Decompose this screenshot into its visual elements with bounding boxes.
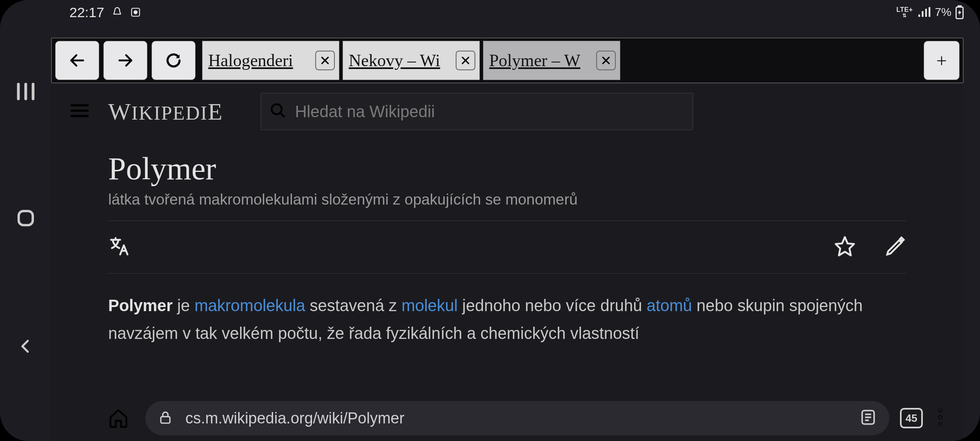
- browser-tab-bar: Halogenderi Nekovy – Wi Polymer – W: [51, 38, 964, 83]
- status-battery-pct: 7%: [935, 6, 951, 19]
- tab-close-button[interactable]: [596, 51, 616, 70]
- recent-apps-button[interactable]: [15, 82, 37, 102]
- search-box[interactable]: [261, 93, 693, 130]
- back-button-system[interactable]: [18, 335, 34, 359]
- browser-menu-button[interactable]: [933, 409, 947, 428]
- system-nav-rail: [0, 0, 51, 441]
- svg-rect-7: [18, 211, 33, 225]
- article-subtitle: látka tvořená makromolekulami složenými …: [108, 191, 906, 208]
- search-input[interactable]: [295, 102, 684, 121]
- home-button[interactable]: [16, 209, 35, 229]
- svg-rect-3: [958, 5, 962, 7]
- site-logo[interactable]: WIKIPEDIE: [108, 98, 223, 125]
- site-header: WIKIPEDIE: [51, 85, 964, 138]
- status-icon-dnd: [111, 7, 123, 18]
- lock-icon: [158, 409, 173, 428]
- svg-line-20: [281, 113, 285, 117]
- tab-nekovy[interactable]: Nekovy – Wi: [343, 41, 480, 80]
- status-bar: 22:17 LTE+ ⇅ 7%: [0, 0, 980, 24]
- status-time: 22:17: [69, 4, 104, 20]
- link-atomu[interactable]: atomů: [647, 296, 692, 314]
- article-title: Polymer: [108, 150, 906, 187]
- browser-back-button[interactable]: [55, 41, 99, 80]
- link-makromolekula[interactable]: makromolekula: [194, 296, 305, 314]
- address-bar[interactable]: cs.m.wikipedia.org/wiki/Polymer: [145, 401, 889, 435]
- svg-point-19: [272, 104, 282, 114]
- search-icon: [270, 102, 287, 121]
- status-network-label: LTE+ ⇅: [896, 7, 913, 18]
- svg-point-28: [939, 416, 942, 419]
- tab-count-button[interactable]: 45: [900, 408, 923, 428]
- tab-polymer[interactable]: Polymer – W: [483, 41, 620, 80]
- svg-point-1: [134, 11, 138, 14]
- browser-bottom-bar: cs.m.wikipedia.org/wiki/Polymer 45: [102, 398, 947, 439]
- reader-mode-button[interactable]: [859, 408, 877, 428]
- signal-icon: [917, 7, 931, 18]
- svg-point-29: [939, 423, 942, 426]
- watchlist-star-button[interactable]: [834, 235, 856, 259]
- svg-rect-22: [161, 416, 170, 423]
- article-body: Polymer je makromolekula sestavená z mol…: [108, 274, 906, 347]
- url-text: cs.m.wikipedia.org/wiki/Polymer: [185, 410, 847, 427]
- body-bold: Polymer: [108, 296, 173, 314]
- browser-forward-button[interactable]: [103, 41, 147, 80]
- battery-charging-icon: [956, 5, 964, 19]
- tab-close-button[interactable]: [315, 51, 335, 70]
- article-actions: [108, 220, 906, 274]
- tab-halogenderi[interactable]: Halogenderi: [202, 41, 339, 80]
- svg-point-27: [939, 409, 942, 412]
- browser-home-button[interactable]: [102, 408, 135, 429]
- language-button[interactable]: [108, 235, 130, 259]
- tab-close-button[interactable]: [456, 51, 475, 70]
- browser-reload-button[interactable]: [151, 41, 196, 80]
- svg-marker-21: [836, 237, 854, 256]
- new-tab-button[interactable]: +: [924, 41, 960, 80]
- tab-title: Nekovy – Wi: [349, 51, 452, 70]
- edit-button[interactable]: [884, 235, 906, 259]
- link-molekul[interactable]: molekul: [401, 296, 458, 314]
- menu-button[interactable]: [65, 96, 94, 127]
- status-icon-app: [130, 7, 141, 18]
- page-content: WIKIPEDIE Polymer látka tvořená makromol…: [51, 85, 964, 441]
- tab-title: Halogenderi: [208, 51, 311, 70]
- article: Polymer látka tvořená makromolekulami sl…: [51, 138, 964, 347]
- tab-title: Polymer – W: [489, 51, 592, 70]
